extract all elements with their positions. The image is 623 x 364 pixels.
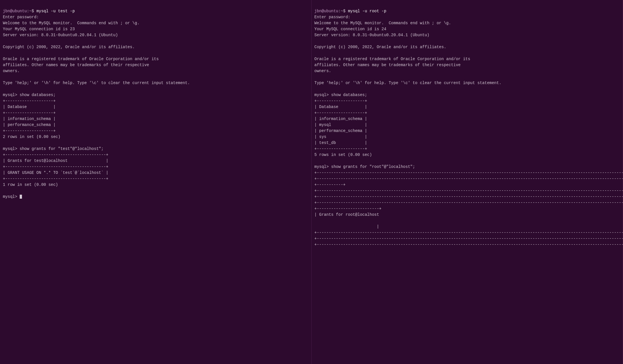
right-grants-sep-2: +---------------------------------------… bbox=[314, 176, 623, 181]
left-line-7: affiliates. Other names may be trademark… bbox=[3, 63, 149, 67]
right-grants-sep-6: +---------------------------------------… bbox=[314, 200, 623, 205]
right-grants-sep-10: +---------------------------------------… bbox=[314, 242, 623, 247]
left-command: mysql -u test -p bbox=[34, 9, 75, 13]
left-db-sep-1: +--------------------+ bbox=[3, 99, 56, 103]
right-db-sep-1: +--------------------+ bbox=[314, 99, 367, 103]
right-db-row-2: | mysql | bbox=[314, 123, 367, 127]
left-db-sep-3: +--------------------+ bbox=[3, 129, 56, 133]
right-line-3: Your MySQL connection id is 24 bbox=[314, 27, 386, 31]
left-grants-sep-2: +---------------------------------------… bbox=[3, 164, 108, 169]
right-db-row-1: | information_schema | bbox=[314, 117, 367, 121]
left-line-6: Oracle is a registered trademark of Orac… bbox=[3, 57, 159, 61]
left-terminal: jbn@ubuntu:~$ mysql -u test -p Enter pas… bbox=[0, 0, 312, 364]
right-grants-sep-3: +-----------+ bbox=[314, 182, 346, 187]
left-grants-result: 1 row in set (0.00 sec) bbox=[3, 182, 58, 187]
right-grants-sep-1: +---------------------------------------… bbox=[314, 170, 623, 175]
left-mysql-cmd-1: mysql> show databases; bbox=[3, 93, 56, 97]
right-line-8: owners. bbox=[314, 69, 331, 73]
left-line-8: owners. bbox=[3, 69, 20, 73]
right-db-header: | Database | bbox=[314, 105, 367, 109]
left-grants-header: | Grants for test@localhost | bbox=[3, 158, 108, 163]
left-terminal-content: jbn@ubuntu:~$ mysql -u test -p Enter pas… bbox=[3, 2, 309, 206]
left-db-result: 2 rows in set (0.00 sec) bbox=[3, 135, 61, 139]
left-mysql-prompt: mysql> bbox=[3, 194, 20, 199]
left-grants-row-1: | GRANT USAGE ON *.* TO `test`@`localhos… bbox=[3, 170, 108, 175]
right-line-2: Welcome to the MySQL monitor. Commands e… bbox=[314, 21, 451, 25]
left-grants-sep-3: +---------------------------------------… bbox=[3, 176, 108, 181]
right-line-6: Oracle is a registered trademark of Orac… bbox=[314, 57, 470, 61]
right-prompt-sep: :~$ bbox=[338, 9, 346, 13]
right-db-sep-3: +--------------------+ bbox=[314, 147, 367, 151]
left-db-row-1: | information_schema | bbox=[3, 117, 56, 121]
left-prompt-sep: :~$ bbox=[27, 9, 34, 13]
right-grants-sep-5: +---------------------------------------… bbox=[314, 194, 623, 199]
right-line-5: Copyright (c) 2000, 2022, Oracle and/or … bbox=[314, 45, 446, 49]
right-grants-sep-8: +---------------------------------------… bbox=[314, 230, 623, 235]
left-db-row-2: | performance_schema | bbox=[3, 123, 56, 127]
left-line-1: Enter password: bbox=[3, 15, 39, 19]
left-cursor bbox=[20, 195, 22, 199]
right-command: mysql -u root -p bbox=[346, 9, 386, 13]
right-grants-sep-9: +---------------------------------------… bbox=[314, 236, 623, 241]
left-db-header: | Database | bbox=[3, 105, 56, 109]
left-line-4: Server version: 8.0.31-0ubuntu0.20.04.1 … bbox=[3, 33, 118, 37]
right-db-sep-2: +--------------------+ bbox=[314, 111, 367, 115]
right-line-4: Server version: 8.0.31-0ubuntu0.20.04.1 … bbox=[314, 33, 430, 37]
right-line-1: Enter password: bbox=[314, 15, 350, 19]
left-line-2: Welcome to the MySQL monitor. Commands e… bbox=[3, 21, 140, 25]
right-grants-sep-4: +---------------------------------------… bbox=[314, 188, 623, 193]
right-grants-header: | Grants for root@localhost bbox=[314, 212, 379, 217]
right-line-7: affiliates. Other names may be trademark… bbox=[314, 63, 461, 67]
left-line-5: Copyright (c) 2000, 2022, Oracle and/or … bbox=[3, 45, 135, 49]
right-terminal: jbn@ubuntu:~$ mysql -u root -p Enter pas… bbox=[312, 0, 623, 364]
right-terminal-content: jbn@ubuntu:~$ mysql -u root -p Enter pas… bbox=[314, 2, 620, 254]
right-mysql-cmd-2: mysql> show grants for "root"@"localhost… bbox=[314, 164, 415, 169]
left-prompt-user: jbn@ubuntu bbox=[3, 9, 27, 13]
right-db-row-4: | sys | bbox=[314, 135, 367, 139]
right-db-result: 5 rows in set (0.00 sec) bbox=[314, 152, 372, 157]
right-db-row-3: | performance_schema | bbox=[314, 129, 367, 133]
left-line-9: Type 'help;' or '\h' for help. Type '\c'… bbox=[3, 81, 190, 85]
right-grants-content-1: | bbox=[314, 224, 379, 229]
left-line-3: Your MySQL connection id is 23 bbox=[3, 27, 75, 31]
left-grants-sep-1: +---------------------------------------… bbox=[3, 152, 108, 157]
right-db-row-5: | test_db | bbox=[314, 141, 367, 145]
right-line-9: Type 'help;' or '\h' for help. Type '\c'… bbox=[314, 81, 501, 85]
left-db-sep-2: +--------------------+ bbox=[3, 111, 56, 115]
right-prompt-user: jbn@ubuntu bbox=[314, 9, 338, 13]
left-mysql-cmd-2: mysql> show grants for "test"@"localhost… bbox=[3, 147, 104, 151]
right-grants-sep-7: +--------------------------+ bbox=[314, 206, 382, 211]
right-mysql-cmd-1: mysql> show databases; bbox=[314, 93, 367, 97]
